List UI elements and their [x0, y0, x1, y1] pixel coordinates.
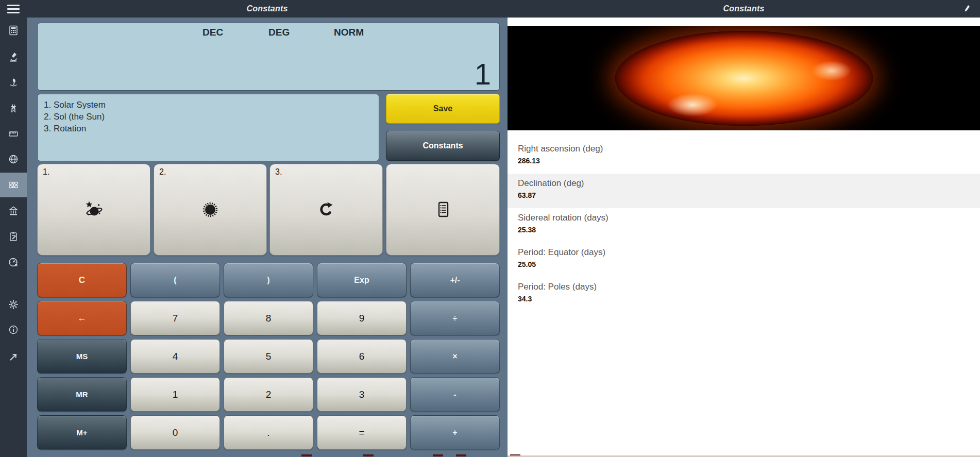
- constant-label: Right ascension (deg): [518, 144, 980, 154]
- key-3[interactable]: 3: [317, 377, 407, 412]
- selection-button-sol[interactable]: 2.: [154, 164, 267, 256]
- constant-label: Period: Poles (days): [518, 282, 980, 292]
- sidebar-item-measurement[interactable]: [0, 122, 27, 146]
- display-value: 1: [475, 59, 491, 90]
- key-9[interactable]: 9: [317, 301, 407, 335]
- hamburger-icon[interactable]: [7, 5, 20, 15]
- constants-panel: Right ascension (deg) 286.13 Declination…: [508, 18, 980, 457]
- sidebar-item-about[interactable]: [0, 317, 27, 342]
- cropped-artifact: [301, 454, 312, 456]
- key-1[interactable]: 1: [130, 377, 220, 412]
- sidebar-item-geography[interactable]: [0, 147, 27, 172]
- list-icon: [432, 198, 454, 221]
- key-open-paren[interactable]: (: [130, 263, 220, 297]
- constants-button[interactable]: Constants: [386, 131, 500, 161]
- share-arrow-icon: [8, 352, 19, 362]
- mode-indicator-deg: DEG: [268, 27, 290, 38]
- path-line: 3. Rotation: [44, 123, 373, 134]
- constant-path-box: 1. Solar System 2. Sol (the Sun) 3. Rota…: [37, 94, 379, 161]
- keypad: C ( ) Exp +/- ← 7 8 9 ÷ MS 4 5 6 × MR 1 …: [37, 263, 500, 450]
- pylon-icon: [8, 103, 19, 114]
- constant-value: 63.87: [518, 191, 980, 199]
- sidebar: [0, 18, 27, 457]
- atom-icon: [7, 179, 20, 191]
- selection-number: 2.: [159, 167, 166, 177]
- key-decimal[interactable]: .: [224, 415, 313, 450]
- sidebar-item-share[interactable]: [0, 345, 27, 369]
- calculator-display: DEC DEG NORM 1: [37, 23, 500, 91]
- hand-plant-icon: [8, 77, 19, 88]
- key-backspace[interactable]: ←: [37, 301, 127, 335]
- constants-list: Right ascension (deg) 286.13 Declination…: [508, 139, 980, 312]
- calculator-panel: DEC DEG NORM 1 1. Solar System 2. Sol (t…: [27, 18, 508, 457]
- key-memory-add[interactable]: M+: [37, 415, 127, 450]
- save-button[interactable]: Save: [386, 94, 500, 124]
- path-line: 1. Solar System: [44, 99, 373, 111]
- selection-number: 1.: [43, 167, 49, 177]
- sidebar-item-calculator[interactable]: [0, 18, 27, 43]
- key-8[interactable]: 8: [224, 301, 313, 335]
- sidebar-item-finance[interactable]: [0, 198, 27, 223]
- left-window-title: Constants: [27, 0, 508, 18]
- key-clear[interactable]: C: [37, 263, 127, 297]
- gear-icon: [8, 299, 19, 310]
- cropped-artifact: [363, 454, 374, 456]
- selection-button-solar-system[interactable]: 1.: [37, 164, 150, 256]
- key-add[interactable]: +: [410, 415, 500, 450]
- constant-label: Sidereal rotation (days): [518, 213, 980, 223]
- sidebar-item-astronomy[interactable]: [0, 173, 27, 197]
- calculator-icon: [8, 25, 19, 36]
- globe-icon: [8, 154, 19, 165]
- constant-value: 34.3: [518, 295, 980, 303]
- planet-icon: [82, 198, 105, 221]
- key-subtract[interactable]: -: [410, 377, 500, 412]
- microscope-icon: [8, 51, 19, 62]
- sidebar-item-structure[interactable]: [0, 96, 27, 121]
- constant-row-right-ascension[interactable]: Right ascension (deg) 286.13: [508, 139, 980, 174]
- clipboard-icon: [8, 231, 19, 242]
- key-multiply[interactable]: ×: [410, 339, 500, 374]
- key-6[interactable]: 6: [317, 339, 407, 374]
- sidebar-item-notes[interactable]: [0, 224, 27, 249]
- sun-image: [615, 31, 873, 126]
- key-divide[interactable]: ÷: [410, 301, 500, 335]
- key-memory-recall[interactable]: MR: [37, 377, 127, 412]
- key-0[interactable]: 0: [130, 415, 220, 450]
- constant-value: 286.13: [518, 157, 980, 165]
- key-5[interactable]: 5: [224, 339, 313, 374]
- constant-row-period-poles[interactable]: Period: Poles (days) 34.3: [508, 277, 980, 312]
- key-4[interactable]: 4: [130, 339, 220, 374]
- sidebar-item-science[interactable]: [0, 44, 27, 69]
- mode-indicator-dec: DEC: [202, 27, 223, 38]
- sidebar-item-settings[interactable]: [0, 292, 27, 317]
- pen-icon[interactable]: [962, 4, 972, 13]
- selection-button-rotation[interactable]: 3.: [269, 164, 383, 256]
- rotation-icon: [315, 198, 337, 221]
- cropped-artifact: [456, 454, 466, 456]
- constant-label: Declination (deg): [518, 178, 980, 189]
- app-window: Constants Constants: [0, 0, 980, 457]
- constant-row-sidereal-rotation[interactable]: Sidereal rotation (days) 25.38: [508, 208, 980, 243]
- sidebar-item-world-time[interactable]: [0, 250, 27, 275]
- path-line: 2. Sol (the Sun): [44, 111, 373, 123]
- key-close-paren[interactable]: ): [224, 263, 313, 297]
- ruler-icon: [8, 128, 19, 140]
- constant-value: 25.38: [518, 226, 980, 234]
- sidebar-item-nature[interactable]: [0, 70, 27, 95]
- selection-button-list[interactable]: [386, 164, 500, 256]
- key-7[interactable]: 7: [130, 301, 220, 335]
- key-equals[interactable]: =: [317, 415, 407, 450]
- sun-photo: [508, 26, 980, 130]
- mode-indicator-norm: NORM: [334, 27, 364, 38]
- key-plus-minus[interactable]: +/-: [410, 263, 500, 297]
- right-window-title: Constants: [508, 0, 980, 18]
- constant-label: Period: Equator (days): [518, 247, 980, 258]
- constant-value: 25.05: [518, 260, 980, 268]
- info-icon: [8, 324, 19, 335]
- constant-row-period-equator[interactable]: Period: Equator (days) 25.05: [508, 243, 980, 277]
- constant-row-declination[interactable]: Declination (deg) 63.87: [508, 174, 980, 208]
- key-exp[interactable]: Exp: [317, 263, 407, 297]
- key-2[interactable]: 2: [224, 377, 313, 412]
- globe-gauge-icon: [8, 257, 19, 268]
- key-memory-store[interactable]: MS: [37, 339, 127, 374]
